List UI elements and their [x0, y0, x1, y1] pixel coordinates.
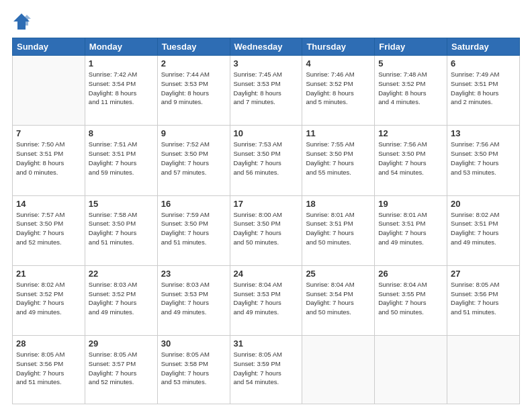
- calendar-cell: 16Sunrise: 7:59 AM Sunset: 3:50 PM Dayli…: [157, 195, 230, 265]
- week-row-1: 1Sunrise: 7:42 AM Sunset: 3:54 PM Daylig…: [13, 56, 520, 126]
- day-number: 11: [306, 128, 371, 138]
- calendar-cell: 26Sunrise: 8:04 AM Sunset: 3:55 PM Dayli…: [375, 265, 447, 335]
- day-number: 27: [451, 269, 516, 279]
- day-number: 21: [16, 269, 81, 279]
- day-number: 4: [306, 58, 371, 68]
- page: SundayMondayTuesdayWednesdayThursdayFrid…: [0, 0, 532, 411]
- weekday-header-thursday: Thursday: [302, 38, 375, 56]
- weekday-header-tuesday: Tuesday: [157, 38, 230, 56]
- day-number: 17: [234, 199, 299, 209]
- calendar-cell: 22Sunrise: 8:03 AM Sunset: 3:52 PM Dayli…: [85, 265, 157, 335]
- calendar-cell: 25Sunrise: 8:04 AM Sunset: 3:54 PM Dayli…: [302, 265, 375, 335]
- logo-icon: [12, 12, 31, 31]
- day-number: 18: [306, 199, 371, 209]
- weekday-header-friday: Friday: [375, 38, 447, 56]
- day-info: Sunrise: 8:04 AM Sunset: 3:53 PM Dayligh…: [234, 280, 299, 317]
- day-info: Sunrise: 8:01 AM Sunset: 3:51 PM Dayligh…: [378, 210, 443, 247]
- day-number: 19: [378, 199, 443, 209]
- day-number: 10: [234, 128, 299, 138]
- day-number: 28: [16, 338, 81, 349]
- day-info: Sunrise: 8:02 AM Sunset: 3:52 PM Dayligh…: [16, 280, 81, 317]
- calendar-cell: 29Sunrise: 8:05 AM Sunset: 3:57 PM Dayli…: [85, 336, 157, 404]
- day-number: 22: [89, 269, 154, 279]
- day-number: 6: [451, 58, 516, 68]
- calendar-cell: 23Sunrise: 8:03 AM Sunset: 3:53 PM Dayli…: [157, 265, 230, 335]
- day-number: 5: [378, 58, 443, 68]
- day-info: Sunrise: 7:44 AM Sunset: 3:53 PM Dayligh…: [161, 70, 226, 107]
- calendar-cell: 1Sunrise: 7:42 AM Sunset: 3:54 PM Daylig…: [85, 56, 157, 126]
- day-number: 12: [378, 128, 443, 138]
- day-info: Sunrise: 7:42 AM Sunset: 3:54 PM Dayligh…: [89, 70, 154, 107]
- day-number: 2: [161, 58, 226, 68]
- calendar-cell: 3Sunrise: 7:45 AM Sunset: 3:53 PM Daylig…: [230, 56, 302, 126]
- day-info: Sunrise: 7:59 AM Sunset: 3:50 PM Dayligh…: [161, 210, 226, 247]
- day-number: 29: [89, 338, 154, 349]
- day-info: Sunrise: 7:52 AM Sunset: 3:50 PM Dayligh…: [161, 140, 226, 177]
- calendar-cell: [447, 336, 520, 404]
- day-info: Sunrise: 8:04 AM Sunset: 3:55 PM Dayligh…: [378, 280, 443, 317]
- day-number: 23: [161, 269, 226, 279]
- day-number: 1: [89, 58, 154, 68]
- calendar-cell: [375, 336, 447, 404]
- weekday-header-monday: Monday: [85, 38, 157, 56]
- day-number: 14: [16, 199, 81, 209]
- day-number: 26: [378, 269, 443, 279]
- day-info: Sunrise: 7:56 AM Sunset: 3:50 PM Dayligh…: [378, 140, 443, 177]
- calendar-table: SundayMondayTuesdayWednesdayThursdayFrid…: [12, 38, 520, 404]
- day-info: Sunrise: 7:51 AM Sunset: 3:51 PM Dayligh…: [89, 140, 154, 177]
- calendar-cell: 9Sunrise: 7:52 AM Sunset: 3:50 PM Daylig…: [157, 126, 230, 195]
- calendar-cell: 13Sunrise: 7:56 AM Sunset: 3:50 PM Dayli…: [447, 126, 520, 195]
- logo: [12, 12, 34, 31]
- day-number: 24: [234, 269, 299, 279]
- day-number: 20: [451, 199, 516, 209]
- day-info: Sunrise: 8:05 AM Sunset: 3:58 PM Dayligh…: [161, 350, 226, 387]
- day-info: Sunrise: 8:03 AM Sunset: 3:53 PM Dayligh…: [161, 280, 226, 317]
- week-row-4: 21Sunrise: 8:02 AM Sunset: 3:52 PM Dayli…: [13, 265, 520, 335]
- calendar-cell: 28Sunrise: 8:05 AM Sunset: 3:56 PM Dayli…: [13, 336, 85, 404]
- calendar-cell: 8Sunrise: 7:51 AM Sunset: 3:51 PM Daylig…: [85, 126, 157, 195]
- calendar-cell: 17Sunrise: 8:00 AM Sunset: 3:50 PM Dayli…: [230, 195, 302, 265]
- day-info: Sunrise: 8:05 AM Sunset: 3:57 PM Dayligh…: [89, 350, 154, 387]
- calendar-cell: [302, 336, 375, 404]
- day-info: Sunrise: 7:57 AM Sunset: 3:50 PM Dayligh…: [16, 210, 81, 247]
- day-info: Sunrise: 7:50 AM Sunset: 3:51 PM Dayligh…: [16, 140, 81, 177]
- weekday-header-sunday: Sunday: [13, 38, 85, 56]
- calendar-cell: 15Sunrise: 7:58 AM Sunset: 3:50 PM Dayli…: [85, 195, 157, 265]
- day-info: Sunrise: 8:04 AM Sunset: 3:54 PM Dayligh…: [306, 280, 371, 317]
- calendar-cell: 20Sunrise: 8:02 AM Sunset: 3:51 PM Dayli…: [447, 195, 520, 265]
- day-info: Sunrise: 7:58 AM Sunset: 3:50 PM Dayligh…: [89, 210, 154, 247]
- calendar-cell: 12Sunrise: 7:56 AM Sunset: 3:50 PM Dayli…: [375, 126, 447, 195]
- day-info: Sunrise: 8:02 AM Sunset: 3:51 PM Dayligh…: [451, 210, 516, 247]
- day-number: 15: [89, 199, 154, 209]
- day-info: Sunrise: 8:03 AM Sunset: 3:52 PM Dayligh…: [89, 280, 154, 317]
- calendar-cell: 19Sunrise: 8:01 AM Sunset: 3:51 PM Dayli…: [375, 195, 447, 265]
- day-info: Sunrise: 8:00 AM Sunset: 3:50 PM Dayligh…: [234, 210, 299, 247]
- day-info: Sunrise: 7:49 AM Sunset: 3:51 PM Dayligh…: [451, 70, 516, 107]
- calendar-cell: 5Sunrise: 7:48 AM Sunset: 3:52 PM Daylig…: [375, 56, 447, 126]
- weekday-header-row: SundayMondayTuesdayWednesdayThursdayFrid…: [13, 38, 520, 56]
- calendar-cell: 31Sunrise: 8:05 AM Sunset: 3:59 PM Dayli…: [230, 336, 302, 404]
- day-info: Sunrise: 7:53 AM Sunset: 3:50 PM Dayligh…: [234, 140, 299, 177]
- day-info: Sunrise: 7:55 AM Sunset: 3:50 PM Dayligh…: [306, 140, 371, 177]
- day-number: 9: [161, 128, 226, 138]
- header: [12, 12, 520, 31]
- week-row-5: 28Sunrise: 8:05 AM Sunset: 3:56 PM Dayli…: [13, 336, 520, 404]
- calendar-cell: 7Sunrise: 7:50 AM Sunset: 3:51 PM Daylig…: [13, 126, 85, 195]
- day-info: Sunrise: 8:05 AM Sunset: 3:56 PM Dayligh…: [16, 350, 81, 387]
- day-number: 3: [234, 58, 299, 68]
- calendar-cell: 18Sunrise: 8:01 AM Sunset: 3:51 PM Dayli…: [302, 195, 375, 265]
- day-info: Sunrise: 7:48 AM Sunset: 3:52 PM Dayligh…: [378, 70, 443, 107]
- calendar-cell: 21Sunrise: 8:02 AM Sunset: 3:52 PM Dayli…: [13, 265, 85, 335]
- week-row-2: 7Sunrise: 7:50 AM Sunset: 3:51 PM Daylig…: [13, 126, 520, 195]
- calendar-cell: 4Sunrise: 7:46 AM Sunset: 3:52 PM Daylig…: [302, 56, 375, 126]
- weekday-header-wednesday: Wednesday: [230, 38, 302, 56]
- day-info: Sunrise: 7:56 AM Sunset: 3:50 PM Dayligh…: [451, 140, 516, 177]
- week-row-3: 14Sunrise: 7:57 AM Sunset: 3:50 PM Dayli…: [13, 195, 520, 265]
- calendar-cell: 2Sunrise: 7:44 AM Sunset: 3:53 PM Daylig…: [157, 56, 230, 126]
- calendar-cell: 11Sunrise: 7:55 AM Sunset: 3:50 PM Dayli…: [302, 126, 375, 195]
- day-number: 7: [16, 128, 81, 138]
- day-number: 25: [306, 269, 371, 279]
- day-info: Sunrise: 8:05 AM Sunset: 3:56 PM Dayligh…: [451, 280, 516, 317]
- day-number: 30: [161, 338, 226, 349]
- calendar-cell: 27Sunrise: 8:05 AM Sunset: 3:56 PM Dayli…: [447, 265, 520, 335]
